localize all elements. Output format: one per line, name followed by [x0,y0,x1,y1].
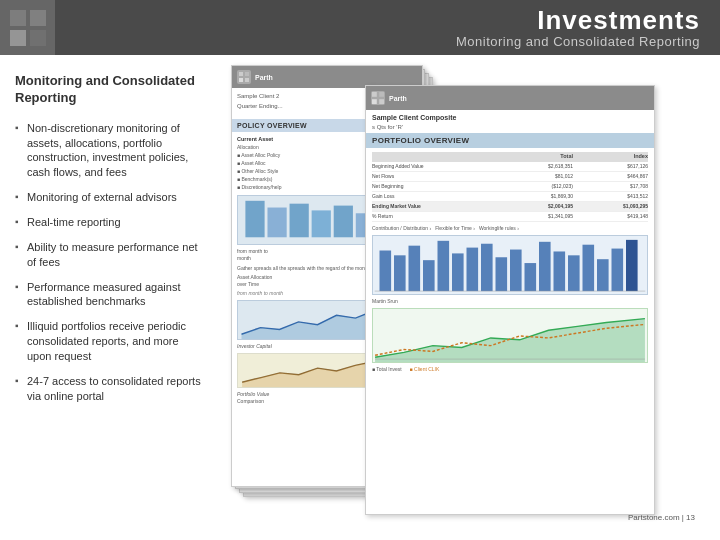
svg-rect-31 [525,263,537,291]
chart2-labels: ■ Total Invest ■ Client CLIK [372,366,648,373]
main-content: Monitoring and Consolidated Reporting No… [0,55,720,540]
table-row: Net Beginning ($12,023) $17,708 [372,182,648,192]
table-row: Gain Loss $1,869,30 $413,512 [372,192,648,202]
svg-rect-17 [372,92,377,97]
header-title-main: Investments [456,6,700,35]
portfolio-client-label: Sample Client Composite [372,113,648,123]
bullet-item-1: Non-discretionary monitoring of assets, … [15,121,205,180]
bullet-item-3: Real-time reporting [15,215,205,230]
policy-doc-logo-text: Parth [255,74,273,81]
svg-rect-20 [379,99,384,104]
svg-rect-19 [379,92,384,97]
svg-rect-9 [267,208,286,238]
portfolio-doc-logo-text: Parth [389,95,407,102]
svg-rect-32 [539,242,551,291]
bullet-list: Non-discretionary monitoring of assets, … [15,121,205,404]
svg-rect-38 [626,240,638,291]
col-total: Total [506,153,581,161]
footer-text: Partstone.com | 13 [628,513,695,522]
bullet-item-6: Illiquid portfolios receive periodic con… [15,319,205,364]
portfolio-chart-2 [372,308,648,363]
bullet-item-4: Ability to measure performance net of fe… [15,240,205,270]
header-title-block: Investments Monitoring and Consolidated … [456,6,700,50]
portfolio-table-header: Total Index [372,152,648,162]
portfolio-doc-content: Total Index Beginning Added Value $2,618… [366,148,654,377]
policy-doc-logo [237,70,251,84]
svg-rect-4 [239,72,243,76]
section-title: Monitoring and Consolidated Reporting [15,73,205,107]
svg-rect-35 [583,245,595,291]
portfolio-doc-meta: Sample Client Composite s Qts for 'R' [366,110,654,133]
svg-rect-5 [239,78,243,82]
svg-rect-26 [452,253,464,291]
svg-rect-30 [510,249,522,291]
header: Investments Monitoring and Consolidated … [0,0,720,55]
svg-rect-7 [245,78,249,82]
svg-rect-27 [467,247,479,291]
portfolio-chart-1 [372,235,648,295]
portfolio-doc-logo [371,91,385,105]
table-row: Beginning Added Value $2,618,351 $617,12… [372,162,648,172]
svg-rect-18 [372,99,377,104]
table-row: Ending Market Value $2,004,195 $1,093,29… [372,202,648,212]
footer-page: | 13 [682,513,695,522]
svg-rect-3 [30,30,46,46]
svg-rect-37 [612,248,624,291]
svg-rect-0 [10,10,26,26]
bullet-item-7: 24-7 access to consolidated reports via … [15,374,205,404]
portfolio-overview-card: Parth Sample Client Composite s Qts for … [365,85,655,515]
left-panel: Monitoring and Consolidated Reporting No… [0,55,220,540]
portfolio-doc-title: PORTFOLIO OVERVIEW [366,133,654,148]
right-panel: Parth Sample Client 2 Quarter Ending... … [220,55,720,540]
col-index: Index [581,153,648,161]
svg-rect-24 [423,260,435,291]
svg-rect-12 [334,206,353,238]
svg-rect-2 [30,10,46,26]
chart1-label: Martin Srun [372,298,648,305]
svg-marker-40 [375,319,645,362]
doc-stack: Parth Sample Client 2 Quarter Ending... … [225,65,710,530]
svg-rect-28 [481,244,493,291]
svg-rect-21 [380,250,392,291]
svg-rect-23 [409,246,421,291]
svg-rect-6 [245,72,249,76]
svg-rect-36 [597,259,609,291]
bullet-item-2: Monitoring of external advisors [15,190,205,205]
svg-rect-25 [438,241,450,291]
svg-rect-11 [312,211,331,238]
svg-rect-29 [496,257,508,291]
svg-rect-10 [290,204,309,238]
footer-logo: Partstone.com [628,513,680,522]
table-row: Net Flows $81,012 $464,867 [372,172,648,182]
header-logo-area [0,0,55,55]
portfolio-table: Total Index Beginning Added Value $2,618… [372,152,648,222]
portfolio-doc-header: Parth [366,86,654,110]
header-logo-icon [8,8,48,48]
svg-rect-33 [554,251,566,291]
portfolio-quarter-label: s Qts for 'R' [372,123,648,131]
header-title-sub: Monitoring and Consolidated Reporting [456,34,700,49]
bullet-item-5: Performance measured against established… [15,280,205,310]
svg-rect-1 [10,30,26,46]
svg-rect-22 [394,255,406,291]
table-row: % Return $1,341,095 $419,148 [372,212,648,222]
svg-rect-34 [568,255,580,291]
svg-rect-8 [245,201,264,237]
